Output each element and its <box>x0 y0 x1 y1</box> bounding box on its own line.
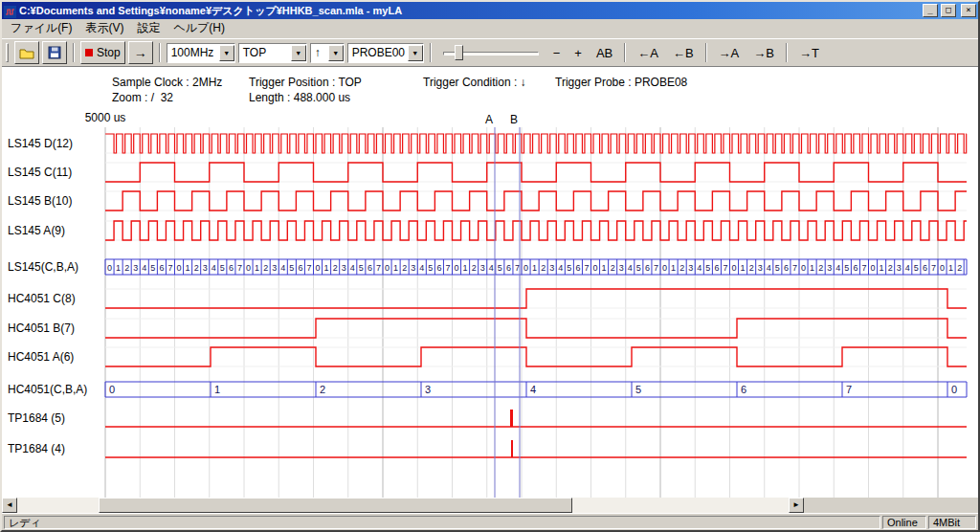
waveform-canvas[interactable]: LS145 D(12)LS145 C(11)LS145 B(10)LS145 A… <box>2 67 978 498</box>
bus-value: 1 <box>948 263 953 273</box>
bus-value: 3 <box>758 263 763 273</box>
bus-value: 1 <box>463 263 468 273</box>
bus-value: 4 <box>212 263 216 273</box>
goto-trigger-button[interactable]: →T <box>793 43 825 63</box>
bus-value: 5 <box>289 263 294 273</box>
open-folder-icon <box>19 47 34 59</box>
bus-value: 0 <box>177 263 182 273</box>
bus-value: 4 <box>905 263 910 273</box>
chevron-down-icon[interactable]: ▼ <box>219 45 234 61</box>
goto-b-right-button[interactable]: →B <box>747 43 780 63</box>
trigger-edge-select[interactable]: ↑ ▼ <box>310 43 345 63</box>
bus-value: 3 <box>203 263 208 273</box>
chevron-down-icon[interactable]: ▼ <box>328 45 344 61</box>
toolbar-separator <box>73 43 75 62</box>
bus-value: 2 <box>194 263 199 273</box>
channel-label: LS145 B(10) <box>8 194 72 208</box>
scroll-left-button[interactable]: ◄ <box>2 498 17 513</box>
channel-label: LS145(C,B,A) <box>8 260 78 274</box>
stop-label: Stop <box>97 46 121 59</box>
channel-label: HC4051 C(8) <box>8 292 76 305</box>
waveform-trace <box>105 163 967 182</box>
run-button[interactable]: → <box>128 41 153 64</box>
menu-file[interactable]: ファイル(F) <box>4 18 78 38</box>
bus-value: 7 <box>846 384 852 395</box>
bus-value: 0 <box>316 263 321 273</box>
bus-value: 6 <box>853 263 858 273</box>
goto-b-left-button[interactable]: ←B <box>667 43 700 63</box>
goto-a-right-button[interactable]: →A <box>713 43 746 63</box>
app-window: C:¥Documents and Settings¥noname¥デスクトップ¥… <box>0 0 980 532</box>
toolbar-grip[interactable] <box>6 43 9 62</box>
minimize-button[interactable]: _ <box>923 4 938 17</box>
bus-value: 1 <box>255 263 259 273</box>
menu-view[interactable]: 表示(V) <box>78 18 130 38</box>
bus-value: 4 <box>142 263 146 273</box>
menu-settings[interactable]: 設定 <box>130 18 167 38</box>
bus-value: 2 <box>320 384 325 395</box>
trigger-position-select[interactable]: TOP ▼ <box>238 43 307 63</box>
bus-value: 2 <box>611 263 615 273</box>
horizontal-scrollbar[interactable]: ◄ ► <box>2 498 804 513</box>
bus-value: 7 <box>723 263 727 273</box>
zoom-in-button[interactable]: + <box>568 43 588 63</box>
bus-value: 3 <box>549 263 554 273</box>
save-file-button[interactable] <box>42 41 67 64</box>
bus-value: 3 <box>827 263 832 273</box>
bus-value: 2 <box>541 263 546 273</box>
bus-value: 0 <box>871 263 876 273</box>
close-button[interactable]: × <box>961 4 976 17</box>
app-icon <box>4 5 16 17</box>
bus-value: 5 <box>775 263 780 273</box>
menubar: ファイル(F) 表示(V) 設定 ヘルプ(H) <box>2 19 978 38</box>
bus-value: 7 <box>167 263 172 273</box>
bus-value: 5 <box>844 263 849 273</box>
bus-value: 2 <box>818 263 823 273</box>
sample-clock-select[interactable]: 100MHz ▼ <box>167 43 235 63</box>
marker-label-b: B <box>510 113 518 126</box>
chevron-down-icon[interactable]: ▼ <box>291 45 306 61</box>
window-title: C:¥Documents and Settings¥noname¥デスクトップ¥… <box>19 4 920 18</box>
bus-value: 1 <box>602 263 607 273</box>
trigger-position-value: TOP <box>239 46 291 59</box>
waveform-trace <box>105 347 967 366</box>
scroll-right-button[interactable]: ► <box>789 498 804 513</box>
bus-value: 0 <box>593 263 598 273</box>
bus-value: 0 <box>385 263 390 273</box>
scroll-thumb[interactable] <box>99 498 572 513</box>
bus-value: 1 <box>393 263 398 273</box>
bus-value: 6 <box>368 263 372 273</box>
zoom-slider[interactable] <box>443 42 539 63</box>
menu-help[interactable]: ヘルプ(H) <box>167 18 232 38</box>
zoom-ab-button[interactable]: AB <box>590 43 618 63</box>
bus-value: 1 <box>186 263 190 273</box>
channel-label: LS145 D(12) <box>8 137 73 150</box>
bus-value: 1 <box>324 263 329 273</box>
bus-value: 6 <box>298 263 302 273</box>
toolbar-separator <box>705 43 707 62</box>
stop-button[interactable]: Stop <box>80 41 125 64</box>
bus-value: 7 <box>861 263 866 273</box>
channel-label: LS145 C(11) <box>8 166 72 179</box>
marker-label-a: A <box>485 113 493 126</box>
bus-value: 4 <box>835 263 840 273</box>
bus-value: 7 <box>931 263 936 273</box>
open-file-button[interactable] <box>14 41 39 64</box>
zoom-slider-thumb[interactable] <box>455 45 463 60</box>
goto-a-left-button[interactable]: ←A <box>632 43 664 63</box>
toolbar-separator <box>786 43 788 62</box>
bus-value: 2 <box>124 263 129 273</box>
bus-value: 1 <box>214 384 220 395</box>
bus-value: 0 <box>107 263 112 273</box>
bus-value: 6 <box>741 384 746 395</box>
trigger-probe-select[interactable]: PROBE00 ▼ <box>347 43 424 63</box>
bus-value: 1 <box>880 263 884 273</box>
bus-value: 3 <box>272 263 277 273</box>
bus-value: 0 <box>801 263 806 273</box>
maximize-button[interactable]: □ <box>941 4 956 17</box>
bus-value: 3 <box>897 263 902 273</box>
bus-value: 4 <box>350 263 355 273</box>
zoom-out-button[interactable]: − <box>547 43 567 63</box>
bus-value: 3 <box>425 384 431 395</box>
chevron-down-icon[interactable]: ▼ <box>408 45 423 61</box>
